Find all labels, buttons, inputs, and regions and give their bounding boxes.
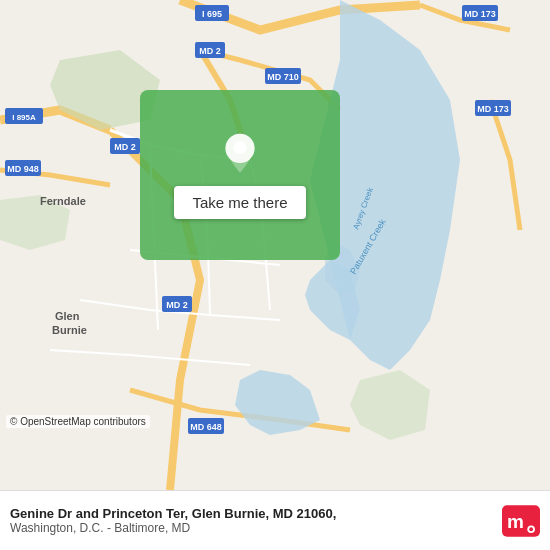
svg-text:I 895A: I 895A [12, 113, 36, 122]
svg-text:MD 2: MD 2 [199, 46, 221, 56]
svg-text:I 695: I 695 [202, 9, 222, 19]
take-me-there-button[interactable]: Take me there [174, 186, 305, 219]
osm-attribution: © OpenStreetMap contributors [6, 415, 150, 428]
svg-text:MD 648: MD 648 [190, 422, 222, 432]
svg-text:m: m [507, 510, 524, 531]
svg-text:MD 710: MD 710 [267, 72, 299, 82]
svg-point-31 [529, 527, 533, 531]
svg-text:MD 173: MD 173 [477, 104, 509, 114]
moovit-logo: m [502, 502, 540, 540]
location-panel: Take me there [140, 90, 340, 260]
svg-text:Glen: Glen [55, 310, 80, 322]
svg-point-27 [233, 140, 246, 153]
svg-text:MD 2: MD 2 [166, 300, 188, 310]
address-line1: Genine Dr and Princeton Ter, Glen Burnie… [10, 506, 502, 521]
svg-text:MD 2: MD 2 [114, 142, 136, 152]
address-block: Genine Dr and Princeton Ter, Glen Burnie… [10, 506, 502, 535]
svg-text:MD 173: MD 173 [464, 9, 496, 19]
svg-text:MD 948: MD 948 [7, 164, 39, 174]
svg-text:Ferndale: Ferndale [40, 195, 86, 207]
moovit-icon: m [502, 502, 540, 540]
svg-text:Burnie: Burnie [52, 324, 87, 336]
location-pin-icon [218, 132, 262, 176]
info-bar: Genine Dr and Princeton Ter, Glen Burnie… [0, 490, 550, 550]
map-container: I 695 I 895A MD 2 MD 2 MD 2 MD 710 MD 17… [0, 0, 550, 490]
address-line2: Washington, D.C. - Baltimore, MD [10, 521, 502, 535]
